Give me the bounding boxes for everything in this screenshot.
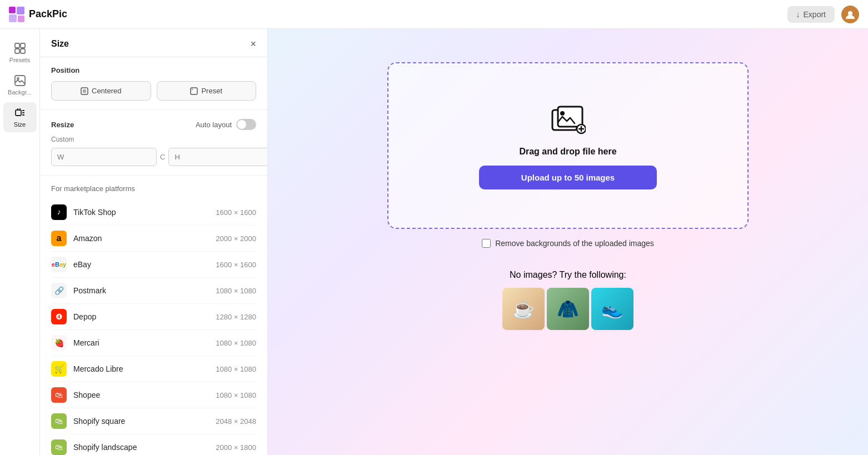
- market-size: 2000 × 1800: [216, 443, 256, 452]
- market-logo-shopify-square: 🛍: [51, 413, 67, 429]
- auto-layout-toggle[interactable]: [236, 119, 256, 130]
- centered-icon: [81, 87, 88, 95]
- width-input[interactable]: [51, 148, 157, 166]
- sidebar-background-label: Backgr...: [8, 89, 32, 96]
- auto-layout-label: Auto layout: [196, 121, 232, 129]
- sample-images: ☕ 🧥 👟: [502, 288, 633, 330]
- market-size: 1080 × 1080: [216, 391, 256, 399]
- svg-rect-11: [16, 110, 21, 116]
- logo: PackPic: [9, 7, 67, 22]
- marketplace-item[interactable]: 🛒Mercado Libre1080 × 1080: [51, 356, 256, 382]
- wh-row: C: [51, 148, 256, 166]
- market-name: TikTok Shop: [73, 208, 216, 217]
- svg-point-4: [848, 11, 852, 16]
- position-section: Position Centered Preset: [40, 57, 267, 110]
- main-layout: Presets Backgr... Size Size × Po: [0, 29, 868, 455]
- market-name: Shopify landscape: [73, 443, 216, 452]
- resize-header: Resize Auto layout: [51, 119, 256, 130]
- size-panel: Size × Position Centered: [40, 29, 268, 455]
- market-name: eBay: [73, 260, 216, 269]
- market-size: 1600 × 1600: [216, 208, 256, 217]
- market-size: 1080 × 1080: [216, 365, 256, 373]
- marketplace-item[interactable]: aAmazon2000 × 2000: [51, 226, 256, 252]
- remove-bg-checkbox[interactable]: [482, 239, 491, 248]
- header: PackPic ↓ Export: [0, 0, 868, 29]
- marketplace-item[interactable]: ♪TikTok Shop1600 × 1600: [51, 199, 256, 226]
- avatar: [841, 6, 859, 23]
- market-name: Mercari: [73, 338, 216, 347]
- sidebar-item-presets[interactable]: Presets: [3, 38, 37, 68]
- remove-bg-label: Remove backgrounds of the uploaded image…: [495, 239, 654, 248]
- market-logo-mercado-libre: 🛒: [51, 361, 67, 377]
- svg-rect-3: [18, 16, 24, 22]
- height-input[interactable]: [168, 148, 268, 166]
- centered-label: Centered: [92, 87, 121, 95]
- position-buttons: Centered Preset: [51, 81, 256, 101]
- upload-images-icon: [550, 102, 586, 138]
- preset-button[interactable]: Preset: [157, 81, 257, 101]
- marketplace-item[interactable]: 🛍Shopify square2048 × 2048: [51, 408, 256, 434]
- marketplace-item[interactable]: eBayeBay1600 × 1600: [51, 252, 256, 278]
- sample-image-shoes[interactable]: 👟: [591, 288, 633, 330]
- sidebar-item-size[interactable]: Size: [3, 102, 37, 132]
- panel-close-button[interactable]: ×: [250, 39, 256, 49]
- export-button[interactable]: ↓ Export: [787, 6, 835, 23]
- position-label: Position: [51, 66, 256, 74]
- drop-zone[interactable]: Drag and drop file here Upload up to 50 …: [387, 62, 749, 229]
- canvas-area: Drag and drop file here Upload up to 50 …: [268, 29, 868, 455]
- marketplace-item[interactable]: 🍓Mercari1080 × 1080: [51, 330, 256, 356]
- sidebar-item-background[interactable]: Backgr...: [3, 70, 37, 100]
- divider: No images? Try the following:: [502, 270, 633, 280]
- svg-rect-5: [15, 43, 19, 48]
- svg-point-18: [560, 111, 565, 116]
- grid-icon: [14, 42, 26, 54]
- market-logo-postmark: 🔗: [51, 283, 67, 298]
- svg-rect-9: [15, 76, 25, 86]
- marketplace-item[interactable]: ❹Depop1280 × 1280: [51, 304, 256, 330]
- marketplace-item[interactable]: 🛍Shopee1080 × 1080: [51, 382, 256, 408]
- svg-rect-1: [17, 7, 24, 14]
- preset-icon: [190, 87, 198, 95]
- resize-label: Resize: [51, 121, 74, 129]
- market-size: 1080 × 1080: [216, 287, 256, 295]
- marketplace-section: For marketplace platforms ♪TikTok Shop16…: [40, 176, 267, 455]
- svg-rect-13: [83, 89, 86, 93]
- sidebar-presets-label: Presets: [9, 57, 30, 63]
- auto-layout-row: Auto layout: [196, 119, 256, 130]
- marketplace-list: ♪TikTok Shop1600 × 1600aAmazon2000 × 200…: [51, 199, 256, 455]
- upload-button[interactable]: Upload up to 50 images: [479, 166, 657, 189]
- market-name: Mercado Libre: [73, 364, 216, 373]
- sidebar-size-label: Size: [14, 121, 26, 128]
- custom-label: Custom: [51, 136, 256, 143]
- export-label: Export: [804, 10, 826, 19]
- resize-icon: [14, 107, 26, 119]
- svg-rect-14: [191, 88, 197, 94]
- market-size: 1280 × 1280: [216, 313, 256, 321]
- image-icon: [14, 74, 26, 87]
- svg-rect-7: [15, 49, 19, 53]
- drag-drop-text: Drag and drop file here: [519, 147, 616, 157]
- svg-point-15: [192, 88, 193, 90]
- marketplace-title: For marketplace platforms: [51, 184, 256, 193]
- sample-image-coffee[interactable]: ☕: [502, 288, 545, 330]
- resize-section: Resize Auto layout Custom C: [40, 110, 267, 176]
- market-size: 2000 × 2000: [216, 234, 256, 243]
- remove-bg-row: Remove backgrounds of the uploaded image…: [482, 239, 654, 248]
- market-logo-depop: ❹: [51, 309, 67, 324]
- market-name: Shopee: [73, 391, 216, 399]
- market-name: Amazon: [73, 234, 216, 243]
- centered-button[interactable]: Centered: [51, 81, 151, 101]
- marketplace-item[interactable]: 🛍Shopify landscape2000 × 1800: [51, 434, 256, 455]
- marketplace-item[interactable]: 🔗Postmark1080 × 1080: [51, 278, 256, 304]
- packpic-logo-icon: [9, 7, 24, 22]
- no-images-text: No images? Try the following:: [510, 270, 626, 280]
- upload-label: Upload up to 50 images: [521, 173, 615, 182]
- header-right: ↓ Export: [787, 6, 859, 23]
- app-name: PackPic: [29, 8, 67, 20]
- market-logo-ebay: eBay: [51, 257, 67, 272]
- sample-image-jacket[interactable]: 🧥: [547, 288, 589, 330]
- market-logo-shopee: 🛍: [51, 387, 67, 403]
- market-size: 2048 × 2048: [216, 417, 256, 426]
- svg-rect-8: [21, 49, 25, 53]
- market-name: Shopify square: [73, 417, 216, 426]
